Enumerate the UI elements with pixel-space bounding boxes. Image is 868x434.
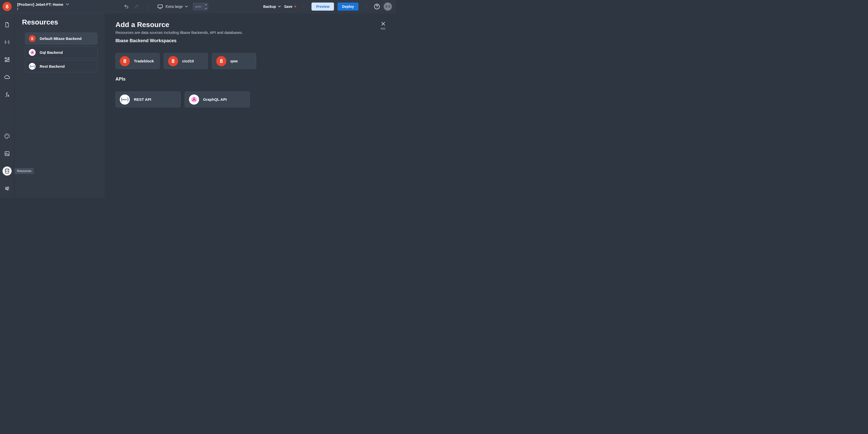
rail-resources-icon[interactable]: Resources (2, 166, 11, 176)
left-rail: Resources (0, 13, 14, 198)
svg-point-4 (7, 42, 8, 42)
chevron-down-icon[interactable] (66, 3, 69, 5)
svg-point-2 (6, 42, 6, 42)
rail-components-icon[interactable] (2, 55, 11, 64)
resource-label: Default 8Base Backend (40, 36, 82, 41)
rest-icon: REST (120, 94, 130, 104)
content-subtitle: Resources are data sources including 8ba… (116, 30, 386, 35)
resource-item-rest-backend[interactable]: REST Rest Backend (25, 60, 97, 72)
breadcrumb-path[interactable]: / (17, 7, 69, 11)
viewport-selector[interactable]: Extra large (157, 4, 188, 9)
stepper-down-icon[interactable] (204, 6, 208, 10)
8base-icon: 8 (120, 56, 130, 66)
content-title: Add a Resource (116, 21, 386, 29)
workspace-card-qwe[interactable]: 8 qwe (212, 53, 256, 69)
deploy-button[interactable]: Deploy (338, 2, 359, 10)
api-card-graphql[interactable]: GraphQL API (185, 91, 250, 107)
user-avatar[interactable]: S S (383, 2, 392, 11)
rail-tooltip: Resources (14, 168, 34, 174)
svg-point-13 (6, 153, 7, 153)
svg-text:REST: REST (31, 66, 34, 67)
section-workspaces-title: 8base Backend Workspaces (116, 38, 386, 43)
card-label: Tradeblock (134, 59, 154, 63)
svg-text:REST: REST (122, 98, 127, 101)
svg-rect-8 (7, 60, 9, 62)
svg-point-16 (6, 188, 7, 189)
rest-icon: REST (29, 63, 36, 70)
chevron-down-icon (185, 5, 188, 7)
svg-rect-7 (5, 60, 6, 62)
save-button[interactable]: Save (284, 4, 296, 8)
svg-rect-6 (8, 58, 9, 59)
close-icon (381, 22, 385, 26)
resource-item-gql-backend[interactable]: Gql Backend (25, 46, 97, 58)
workspace-card-cicd10[interactable]: 8 cicd10 (164, 53, 208, 69)
stepper-up-icon[interactable] (204, 3, 208, 6)
card-label: REST API (134, 97, 151, 101)
svg-point-14 (5, 169, 9, 170)
8base-icon: 8 (216, 56, 226, 66)
svg-point-17 (7, 189, 8, 190)
workspace-card-tradeblock[interactable]: 8 Tradeblock (116, 53, 160, 69)
rail-state-icon[interactable] (2, 38, 11, 47)
svg-rect-12 (5, 152, 9, 156)
resource-label: Rest Backend (40, 64, 65, 68)
8base-icon: 8 (29, 35, 36, 42)
resource-label: Gql Backend (40, 50, 63, 55)
app-logo-icon[interactable]: 8 (2, 2, 11, 11)
rail-cloud-icon[interactable] (2, 72, 11, 82)
api-card-rest[interactable]: REST REST API (116, 91, 181, 107)
card-label: qwe (230, 59, 238, 63)
svg-point-10 (6, 135, 7, 135)
section-apis-title: APIs (116, 76, 386, 82)
monitor-icon (157, 4, 163, 9)
rail-theme-icon[interactable] (2, 132, 11, 141)
svg-point-3 (7, 42, 7, 42)
svg-point-9 (5, 135, 6, 136)
sidebar-title: Resources (22, 18, 97, 26)
rail-assets-icon[interactable] (2, 149, 11, 158)
graphql-icon (29, 49, 36, 56)
chevron-down-icon (278, 5, 281, 7)
graphql-icon (189, 94, 199, 104)
preview-button[interactable]: Preview (311, 2, 334, 10)
svg-rect-0 (158, 4, 162, 7)
app-header: 8 [ProServ] Jebel-FT: Home / Extra large (0, 0, 396, 13)
close-label: esc (381, 27, 385, 30)
resource-item-default-8base[interactable]: 8 Default 8Base Backend (25, 33, 97, 44)
svg-point-15 (7, 187, 8, 188)
viewport-label: Extra large (165, 4, 183, 8)
svg-point-11 (8, 135, 8, 136)
rail-functions-icon[interactable] (2, 90, 11, 99)
help-icon[interactable] (374, 3, 380, 9)
8base-icon: 8 (168, 56, 178, 66)
backup-button[interactable]: Backup (263, 4, 281, 8)
zoom-stepper[interactable] (193, 3, 208, 10)
card-label: GraphQL API (203, 97, 226, 101)
card-label: cicd10 (182, 59, 194, 63)
close-button[interactable]: esc (381, 22, 385, 30)
rail-pages-icon[interactable] (2, 20, 11, 29)
zoom-input[interactable] (193, 4, 204, 8)
main-content: esc Add a Resource Resources are data so… (105, 13, 396, 198)
redo-icon (134, 4, 139, 9)
project-title[interactable]: [ProServ] Jebel-FT: Home (17, 2, 63, 6)
undo-icon[interactable] (124, 4, 129, 9)
rail-settings-icon[interactable] (2, 184, 11, 193)
svg-rect-5 (5, 58, 6, 59)
unsaved-indicator-icon (294, 5, 296, 7)
